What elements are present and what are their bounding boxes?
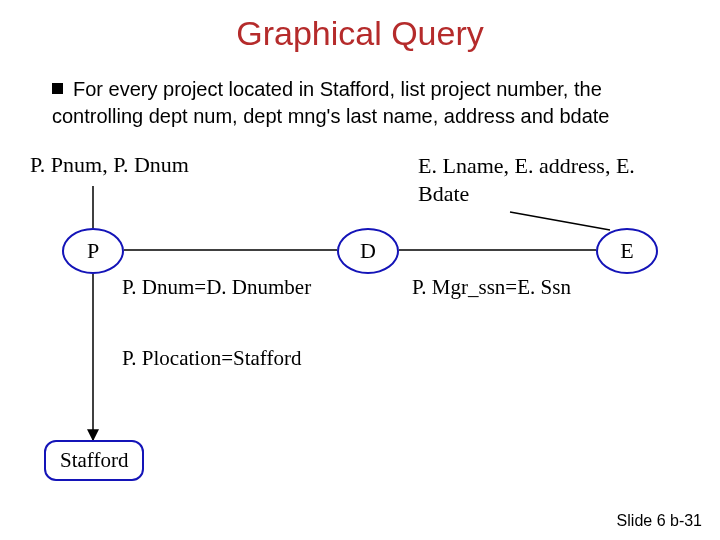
edge-label-ps: P. Plocation=Stafford	[120, 346, 303, 371]
node-d: D	[337, 228, 399, 274]
stafford-box: Stafford	[44, 440, 144, 481]
edge-label-de: P. Mgr_ssn=E. Ssn	[410, 275, 573, 300]
edge-label-pd: P. Dnum=D. Dnumber	[120, 275, 313, 300]
node-p: P	[62, 228, 124, 274]
node-e: E	[596, 228, 658, 274]
svg-line-1	[510, 212, 610, 230]
